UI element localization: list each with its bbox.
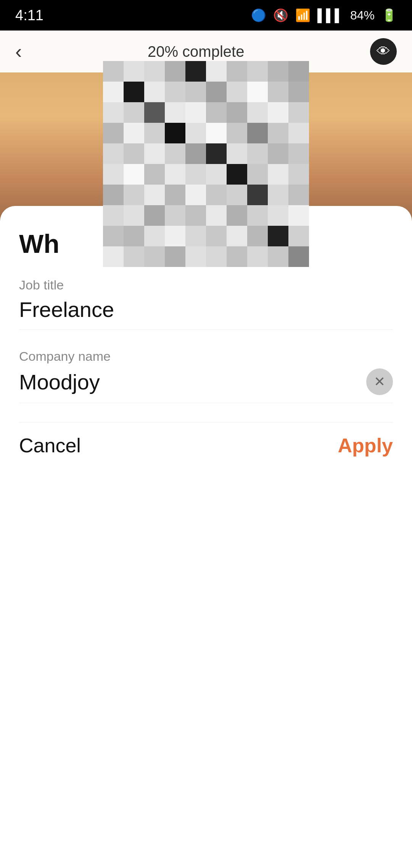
pixel-cell xyxy=(227,226,247,246)
job-title-value[interactable]: Freelance xyxy=(19,297,393,330)
bluetooth-icon: 🔵 xyxy=(251,8,266,23)
pixel-cell xyxy=(165,143,185,164)
bottom-sheet: What is your workk? Job title Freelance … xyxy=(0,206,412,868)
pixel-cell xyxy=(227,102,247,123)
pixel-cell xyxy=(268,61,288,82)
pixel-cell xyxy=(165,102,185,123)
status-icons: 🔵 🔇 📶 ▌▌▌ 84% 🔋 xyxy=(251,8,397,23)
pixel-cell xyxy=(268,123,288,143)
pixel-cell xyxy=(247,246,268,267)
pixel-cell xyxy=(288,246,309,267)
pixel-cell xyxy=(247,82,268,102)
pixel-cell xyxy=(185,164,206,185)
pixel-cell xyxy=(124,164,144,185)
pixel-cell xyxy=(165,123,185,143)
progress-indicator: 20% complete xyxy=(148,43,244,60)
company-name-field: Company name Moodjoy ✕ xyxy=(19,349,393,403)
pixel-cell xyxy=(288,82,309,102)
pixel-cell xyxy=(227,246,247,267)
pixel-cell xyxy=(165,61,185,82)
pixel-cell xyxy=(103,102,124,123)
pixel-cell xyxy=(206,185,227,205)
pixel-cell xyxy=(227,123,247,143)
pixel-cell xyxy=(103,143,124,164)
pixel-cell xyxy=(227,82,247,102)
back-button[interactable]: ‹ xyxy=(15,40,22,63)
pixel-cell xyxy=(185,61,206,82)
pixel-cell xyxy=(124,246,144,267)
pixel-cell xyxy=(247,226,268,246)
pixel-cell xyxy=(247,185,268,205)
company-name-label: Company name xyxy=(19,349,393,364)
cancel-button[interactable]: Cancel xyxy=(19,434,81,457)
wifi-icon: 📶 xyxy=(295,8,311,23)
pixel-cell xyxy=(206,246,227,267)
pixel-cell xyxy=(288,143,309,164)
pixel-cell xyxy=(227,164,247,185)
pixel-cell xyxy=(206,226,227,246)
pixel-cell xyxy=(144,143,165,164)
job-title-label: Job title xyxy=(19,278,393,293)
pixel-cell xyxy=(144,102,165,123)
pixel-cell xyxy=(288,164,309,185)
pixel-cell xyxy=(124,205,144,226)
pixel-cell xyxy=(185,246,206,267)
clear-company-button[interactable]: ✕ xyxy=(366,368,393,395)
pixel-cell xyxy=(247,143,268,164)
preview-button[interactable]: 👁 xyxy=(370,38,397,65)
pixel-cell xyxy=(268,102,288,123)
pixel-cell xyxy=(288,205,309,226)
pixel-cell xyxy=(288,226,309,246)
pixel-cell xyxy=(185,185,206,205)
battery-indicator: 84% xyxy=(350,8,375,23)
pixel-cell xyxy=(288,61,309,82)
pixel-cell xyxy=(247,164,268,185)
pixel-cell xyxy=(144,82,165,102)
pixel-cell xyxy=(227,61,247,82)
pixel-cell xyxy=(185,226,206,246)
company-name-value[interactable]: Moodjoy xyxy=(19,370,100,394)
pixel-cell xyxy=(103,185,124,205)
pixel-grid xyxy=(103,61,309,267)
pixel-cell xyxy=(124,143,144,164)
pixel-cell xyxy=(185,143,206,164)
pixel-cell xyxy=(124,82,144,102)
apply-button[interactable]: Apply xyxy=(338,434,393,457)
pixel-cell xyxy=(165,226,185,246)
mute-icon: 🔇 xyxy=(273,8,288,23)
status-bar: 4:11 🔵 🔇 📶 ▌▌▌ 84% 🔋 xyxy=(0,0,412,31)
pixel-cell xyxy=(144,61,165,82)
pixel-cell xyxy=(124,102,144,123)
pixel-cell xyxy=(206,102,227,123)
pixel-cell xyxy=(268,185,288,205)
pixel-cell xyxy=(268,226,288,246)
pixel-cell xyxy=(124,226,144,246)
pixel-cell xyxy=(206,164,227,185)
sheet-actions: Cancel Apply xyxy=(19,422,393,472)
pixel-cell xyxy=(288,102,309,123)
pixel-cell xyxy=(268,164,288,185)
signal-icon: ▌▌▌ xyxy=(317,8,343,23)
pixel-cell xyxy=(124,123,144,143)
pixel-cell xyxy=(185,123,206,143)
pixel-cell xyxy=(103,205,124,226)
pixel-cell xyxy=(124,185,144,205)
pixel-cell xyxy=(165,164,185,185)
pixel-cell xyxy=(144,123,165,143)
pixel-cell xyxy=(206,205,227,226)
pixel-cell xyxy=(165,246,185,267)
pixel-cell xyxy=(247,205,268,226)
pixel-overlay xyxy=(103,61,309,267)
pixel-cell xyxy=(144,226,165,246)
pixel-cell xyxy=(165,205,185,226)
pixel-cell xyxy=(206,61,227,82)
battery-icon: 🔋 xyxy=(381,8,397,23)
pixel-cell xyxy=(144,164,165,185)
pixel-cell xyxy=(165,185,185,205)
pixel-cell xyxy=(288,185,309,205)
pixel-cell xyxy=(144,185,165,205)
pixel-cell xyxy=(144,205,165,226)
pixel-cell xyxy=(227,143,247,164)
pixel-cell xyxy=(165,82,185,102)
job-title-field: Job title Freelance xyxy=(19,278,393,330)
